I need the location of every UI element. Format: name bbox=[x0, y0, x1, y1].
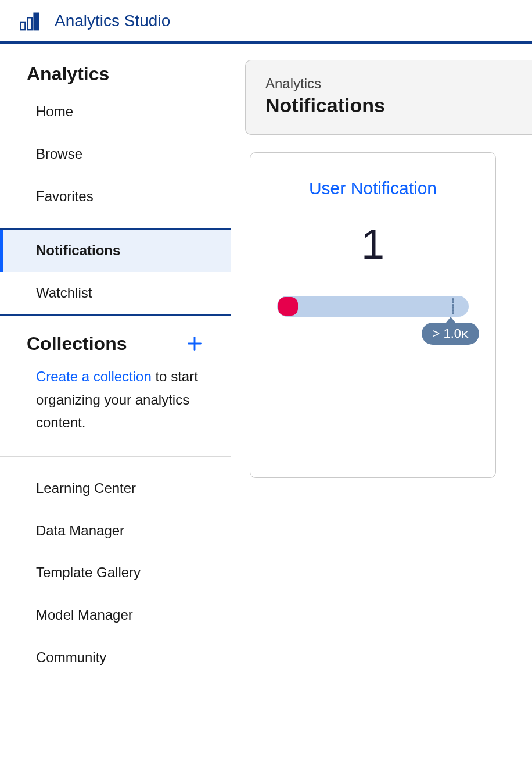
gauge-threshold-label: > 1.0ᴋ bbox=[422, 323, 479, 345]
sidebar-item-data-manager[interactable]: Data Manager bbox=[0, 510, 231, 552]
sidebar-heading-analytics: Analytics bbox=[0, 44, 231, 91]
analytics-logo-icon bbox=[19, 10, 41, 32]
svg-rect-2 bbox=[34, 13, 39, 30]
sidebar-item-template-gallery[interactable]: Template Gallery bbox=[0, 552, 231, 594]
svg-rect-1 bbox=[27, 17, 32, 30]
gauge-track bbox=[277, 296, 469, 317]
notification-card[interactable]: User Notification 1 > 1.0ᴋ bbox=[250, 152, 496, 478]
sidebar-item-watchlist[interactable]: Watchlist bbox=[0, 272, 231, 314]
app-header: Analytics Studio bbox=[0, 0, 532, 44]
sidebar: Analytics Home Browse Favorites Notifica… bbox=[0, 44, 231, 765]
sidebar-item-community[interactable]: Community bbox=[0, 637, 231, 679]
notification-card-value: 1 bbox=[361, 220, 384, 268]
plus-icon bbox=[186, 335, 203, 352]
sidebar-item-notifications[interactable]: Notifications bbox=[0, 230, 231, 272]
sidebar-item-favorites[interactable]: Favorites bbox=[0, 176, 231, 218]
notification-card-title: User Notification bbox=[309, 178, 437, 198]
page-title: Notifications bbox=[265, 94, 512, 117]
gauge-ticks-icon bbox=[450, 298, 456, 314]
sidebar-item-browse[interactable]: Browse bbox=[0, 133, 231, 176]
sidebar-heading-collections: Collections bbox=[27, 333, 127, 355]
gauge-knob bbox=[278, 297, 298, 316]
svg-rect-0 bbox=[21, 22, 26, 29]
page-header: Analytics Notifications bbox=[245, 60, 532, 135]
sidebar-item-home[interactable]: Home bbox=[0, 91, 231, 133]
sidebar-section-analytics: Analytics Home Browse Favorites bbox=[0, 44, 231, 228]
app-title: Analytics Studio bbox=[55, 12, 170, 30]
add-collection-button[interactable] bbox=[185, 334, 204, 353]
main-content: Analytics Notifications User Notificatio… bbox=[231, 44, 532, 765]
page-header-eyebrow: Analytics bbox=[265, 76, 512, 92]
notification-gauge: > 1.0ᴋ bbox=[277, 296, 469, 345]
sidebar-section-collections: Collections Create a collection to start… bbox=[0, 316, 231, 457]
sidebar-item-learning-center[interactable]: Learning Center bbox=[0, 467, 231, 510]
collections-description: Create a collection to start organizing … bbox=[0, 358, 231, 446]
gauge-pointer-icon bbox=[446, 317, 455, 323]
create-collection-link[interactable]: Create a collection bbox=[36, 369, 152, 384]
sidebar-item-model-manager[interactable]: Model Manager bbox=[0, 594, 231, 637]
sidebar-section-notifications: Notifications Watchlist bbox=[0, 228, 231, 316]
sidebar-section-tools: Learning Center Data Manager Template Ga… bbox=[0, 457, 231, 689]
